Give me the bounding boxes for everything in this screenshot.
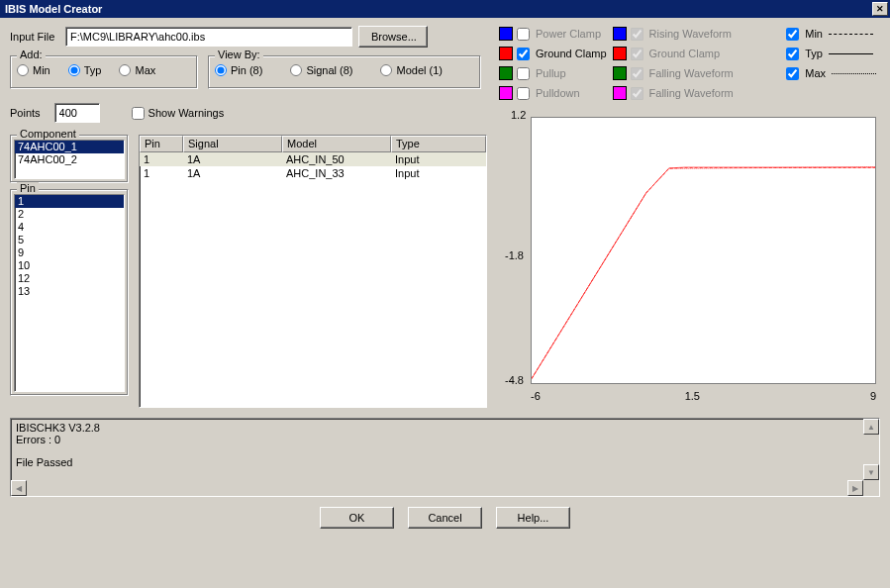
pin-fieldset: Pin 1 2 4 5 9 10 12 13 <box>10 189 129 396</box>
xtick-right: 9 <box>870 390 876 402</box>
chart-plot <box>531 117 876 384</box>
browse-button[interactable]: Browse... <box>358 26 428 48</box>
typ-linestyle-icon <box>829 53 873 54</box>
fallingwf2-checkbox[interactable] <box>631 87 643 100</box>
scroll-right-icon[interactable]: ▶ <box>847 480 863 496</box>
component-fieldset: Component 74AHC00_1 74AHC00_2 <box>10 135 129 183</box>
window-title: IBIS Model Creator <box>2 3 872 15</box>
fallingwf-swatch <box>613 66 627 80</box>
add-max-radio[interactable]: Max <box>119 64 155 76</box>
ytick-top: 1.2 <box>511 109 526 121</box>
list-item[interactable]: 1 <box>15 195 124 208</box>
add-fieldset: Add: Min Typ Max <box>10 55 198 89</box>
scroll-up-icon[interactable]: ▲ <box>863 419 879 435</box>
model-table[interactable]: Pin Signal Model Type 1 1A AHC_IN_50 Inp… <box>139 135 487 408</box>
viewby-pin-radio[interactable]: Pin (8) <box>215 64 262 76</box>
close-button[interactable]: ✕ <box>872 2 888 16</box>
scrollbar-horizontal[interactable]: ◀ ▶ <box>11 480 863 496</box>
table-row[interactable]: 1 1A AHC_IN_50 Input <box>140 152 486 166</box>
input-file-label: Input File <box>10 31 59 43</box>
pin-legend: Pin <box>17 182 39 194</box>
component-listbox[interactable]: 74AHC00_1 74AHC00_2 <box>14 140 125 179</box>
log-line: IBISCHK3 V3.2.8 <box>16 422 874 434</box>
add-typ-radio[interactable]: Typ <box>68 64 102 76</box>
add-min-radio[interactable]: Min <box>17 64 50 76</box>
powerclamp-swatch <box>499 27 513 41</box>
fallingwf2-swatch <box>613 86 627 100</box>
pin-listbox[interactable]: 1 2 4 5 9 10 12 13 <box>14 194 125 392</box>
risingwf-swatch <box>613 27 627 41</box>
viewby-fieldset: View By: Pin (8) Signal (8) Model (1) <box>208 55 481 89</box>
legend-min-checkbox[interactable] <box>786 28 799 41</box>
help-button[interactable]: Help... <box>496 507 570 529</box>
pullup-swatch <box>499 66 513 80</box>
ok-button[interactable]: OK <box>320 507 394 529</box>
titlebar: IBIS Model Creator ✕ <box>0 0 890 18</box>
list-item[interactable]: 13 <box>15 285 124 298</box>
component-legend: Component <box>17 128 79 140</box>
viewby-legend: View By: <box>215 49 263 60</box>
pulldown-checkbox[interactable] <box>517 87 530 100</box>
viewby-model-radio[interactable]: Model (1) <box>380 64 442 76</box>
legend-max-checkbox[interactable] <box>786 67 799 80</box>
scroll-left-icon[interactable]: ◀ <box>11 480 27 496</box>
max-linestyle-icon <box>832 73 876 74</box>
scroll-down-icon[interactable]: ▼ <box>863 464 879 480</box>
log-panel: IBISCHK3 V3.2.8 Errors : 0 File Passed ▲… <box>10 418 880 497</box>
list-item[interactable]: 2 <box>15 208 124 221</box>
log-line: File Passed <box>16 456 874 468</box>
list-item[interactable]: 4 <box>15 221 124 234</box>
viewby-signal-radio[interactable]: Signal (8) <box>290 64 352 76</box>
chart-area: 1.2 -1.8 -4.8 -6 1.5 9 <box>497 107 880 404</box>
table-header: Pin Signal Model Type <box>140 136 486 152</box>
points-field[interactable] <box>54 103 100 123</box>
cancel-button[interactable]: Cancel <box>408 507 482 529</box>
input-file-field[interactable] <box>65 27 352 47</box>
points-label: Points <box>10 107 41 119</box>
list-item[interactable]: 5 <box>15 234 124 246</box>
ytick-mid: -1.8 <box>505 249 524 261</box>
show-warnings-checkbox[interactable]: Show Warnings <box>132 107 225 120</box>
list-item[interactable]: 74AHC00_1 <box>15 141 124 153</box>
pullup-checkbox[interactable] <box>517 67 530 80</box>
table-row[interactable]: 1 1A AHC_IN_33 Input <box>140 166 486 180</box>
add-legend: Add: <box>17 49 46 60</box>
legend-typ-checkbox[interactable] <box>786 48 799 60</box>
list-item[interactable]: 9 <box>15 246 124 259</box>
groundclamp-swatch <box>499 47 513 60</box>
risingwf-checkbox[interactable] <box>631 28 643 41</box>
pulldown-swatch <box>499 86 513 100</box>
list-item[interactable]: 10 <box>15 259 124 272</box>
powerclamp-checkbox[interactable] <box>517 28 530 41</box>
list-item[interactable]: 74AHC00_2 <box>15 153 124 166</box>
ytick-bot: -4.8 <box>505 374 524 386</box>
groundclamp-checkbox[interactable] <box>517 48 530 60</box>
groundclamp2-checkbox[interactable] <box>631 48 643 60</box>
xtick-mid: 1.5 <box>685 390 700 402</box>
groundclamp2-swatch <box>613 47 627 60</box>
list-item[interactable]: 12 <box>15 272 124 285</box>
log-line: Errors : 0 <box>16 434 874 445</box>
xtick-left: -6 <box>531 390 541 402</box>
min-linestyle-icon <box>829 34 873 35</box>
fallingwf-checkbox[interactable] <box>631 67 643 80</box>
scrollbar-vertical[interactable]: ▲ ▼ <box>863 419 879 480</box>
